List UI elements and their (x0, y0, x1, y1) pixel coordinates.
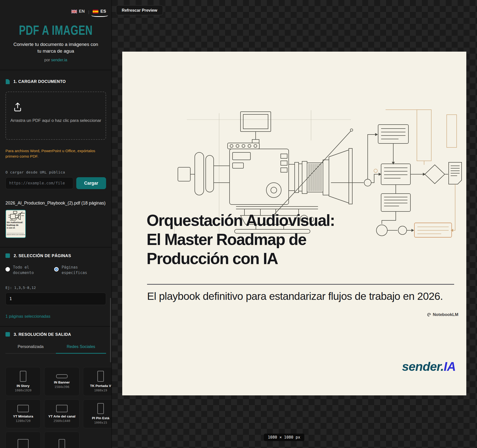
page-thumbnail[interactable]: ión Audiovisual: loadmap de n con IA pla… (5, 210, 26, 238)
pdf-page-preview: Orquestación Audiovisual: El Master Road… (122, 52, 466, 395)
lang-en-label: EN (79, 9, 85, 14)
section-divider (0, 326, 112, 327)
section-divider (0, 247, 112, 247)
upload-icon (13, 102, 22, 112)
resolution-section-header: 3. RESOLUCIÓN DE SALIDA (5, 332, 106, 337)
byline: por sender.ia (5, 58, 106, 62)
document-title-line: Orquestación Audiovisual: (147, 211, 335, 230)
preset-tk-portada[interactable]: TK Portada V 1080x19 (83, 367, 112, 396)
preset-name: IN Banner (54, 380, 70, 384)
load-url-button[interactable]: Cargar (76, 177, 106, 189)
preset-yt-miniatura[interactable]: YT Miniatura 1280x720 (5, 399, 41, 428)
radio-all-document[interactable]: Todo el documento (5, 265, 54, 276)
thumbnail-title-line: loadmap de (7, 224, 18, 226)
radio-checked-icon (54, 267, 59, 272)
preset-name: PI Pin Está (92, 416, 109, 420)
pdf-dropzone[interactable]: Arrastra un PDF aquí o haz clic para sel… (5, 92, 106, 140)
page-mode-options: Todo el documento Páginas específicas (5, 265, 106, 276)
sidebar: EN | ES PDF A IMAGEN Convierte tu docume… (0, 0, 112, 448)
preset-size: 1000x15 (94, 421, 107, 424)
dropzone-label: Arrastra un PDF aquí o haz clic para sel… (6, 117, 106, 124)
preset-in-banner[interactable]: IN Banner 1584x396 (44, 367, 80, 396)
spain-flag-icon (93, 10, 98, 13)
document-title-line: El Master Roadmap de (147, 230, 335, 249)
document-subtitle: El playbook definitivo para estandarizar… (147, 290, 443, 302)
portrait-ratio-icon (97, 403, 104, 414)
lang-separator: | (88, 10, 89, 14)
landscape-ratio-icon (17, 405, 29, 412)
radio-all-label: Todo el documento (13, 265, 43, 276)
url-input[interactable] (5, 177, 73, 189)
page-subtitle: Convierte tu documento a imágenes con tu… (13, 41, 99, 55)
loaded-file-name: 2026_AI_Production_Playbook_(2).pdf (18 … (5, 200, 106, 206)
document-icon (5, 79, 10, 84)
thumbnail-title-line: n con IA (7, 227, 15, 229)
resolution-tabs: Personalizada Redes Sociales (5, 344, 106, 354)
resolution-section-title: 3. RESOLUCIÓN DE SALIDA (14, 332, 71, 337)
banner-ratio-icon (56, 374, 68, 378)
document-title: Orquestación Audiovisual: El Master Road… (147, 211, 335, 268)
refresh-preview-button[interactable]: Refrescar Preview (116, 5, 163, 15)
portrait-ratio-icon (20, 371, 26, 382)
preset-clipped-portrait[interactable] (44, 432, 80, 448)
preset-name: YT Arte del canal (48, 414, 75, 418)
thumbnail-rule (7, 233, 24, 233)
uk-flag-icon (71, 10, 77, 13)
portrait-ratio-icon (59, 439, 65, 448)
range-hint: Ej: 1,3,5-8,12 (5, 286, 106, 290)
lang-es-button[interactable]: ES (93, 9, 106, 15)
square-bullet-icon (5, 332, 10, 337)
thumbnail-title-line: ión Audiovisual: (7, 221, 23, 224)
notebooklm-label: NotebookLM (433, 312, 458, 317)
sender-link[interactable]: sender.ia (51, 58, 67, 62)
portrait-ratio-icon (97, 371, 104, 382)
watermark-primary: sender. (402, 360, 444, 374)
preset-yt-arte[interactable]: YT Arte del canal 2560x1440 (44, 399, 80, 428)
thumbnail-caption: playbook definitivo para estandarizar fl… (7, 234, 26, 235)
upload-section-header: 1. CARGAR DOCUMENTO (5, 79, 106, 84)
preview-area: Refrescar Preview (112, 0, 477, 448)
lang-es-label: ES (100, 9, 106, 14)
radio-specific-label: Páginas específicas (62, 265, 91, 276)
page-title: PDF A IMAGEN (19, 23, 93, 37)
radio-unchecked-icon (5, 267, 10, 272)
pages-section-title: 2. SELECCIÓN DE PÁGINAS (14, 253, 71, 258)
square-ratio-icon (18, 439, 29, 448)
url-label: O cargar desde URL pública (5, 170, 106, 174)
preset-clipped-square[interactable] (5, 432, 41, 448)
thumbnail-sketch-icon (6, 210, 26, 222)
preset-name: TK Portada V (90, 384, 111, 388)
preset-in-story[interactable]: IN Story 1080x1920 (5, 367, 41, 396)
preset-name: IN Story (17, 384, 30, 388)
app-root: EN | ES PDF A IMAGEN Convierte tu docume… (0, 0, 477, 448)
sidebar-scrollbar[interactable] (110, 298, 111, 362)
notebooklm-icon (427, 312, 431, 317)
selected-pages-info: 1 páginas seleccionadas (5, 314, 106, 319)
preset-size: 1080x19 (94, 388, 107, 392)
watermark-secondary: IA (444, 360, 456, 374)
preset-size: 2560x1440 (53, 419, 70, 423)
document-title-line: Producción con IA (147, 249, 335, 268)
dimensions-badge: 1080 × 1080 px (264, 434, 304, 441)
preset-name: YT Miniatura (13, 414, 33, 418)
page-range-input[interactable] (5, 293, 106, 305)
language-switcher: EN | ES (5, 8, 106, 16)
preset-size: 1080x1920 (15, 388, 32, 392)
url-row: Cargar (5, 177, 106, 189)
radio-specific-pages[interactable]: Páginas específicas (54, 265, 106, 276)
preset-size: 1584x396 (54, 385, 69, 389)
tab-personalizada[interactable]: Personalizada (5, 344, 56, 354)
sender-watermark: sender.IA (402, 359, 456, 374)
pages-section-header: 2. SELECCIÓN DE PÁGINAS (5, 253, 106, 258)
landscape-ratio-icon (56, 405, 68, 412)
tab-redes-sociales[interactable]: Redes Sociales (56, 344, 106, 354)
preset-pi-pin[interactable]: PI Pin Está 1000x15 (83, 399, 112, 428)
lang-en-button[interactable]: EN (71, 9, 85, 15)
title-divider (147, 284, 454, 285)
notebooklm-attribution: NotebookLM (427, 312, 458, 317)
byline-prefix: por (44, 58, 50, 62)
upload-section-title: 1. CARGAR DOCUMENTO (13, 79, 66, 84)
preset-grid: IN Story 1080x1920 IN Banner 1584x396 TK… (5, 367, 112, 448)
square-bullet-icon (5, 253, 10, 258)
section-divider (0, 70, 112, 70)
